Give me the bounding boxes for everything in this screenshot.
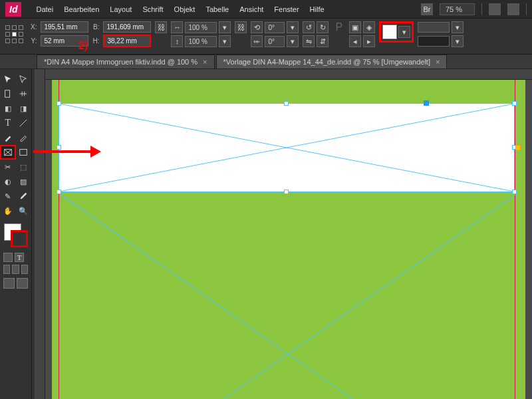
line-tool[interactable] — [16, 116, 32, 130]
dropdown-icon[interactable]: ▾ — [452, 35, 464, 47]
height-field[interactable] — [103, 35, 151, 47]
p-icon: P — [335, 21, 342, 33]
selection-tool[interactable] — [0, 72, 16, 86]
dropdown-icon[interactable]: ▾ — [219, 21, 231, 33]
annotation-2: 2) — [78, 40, 88, 52]
handle[interactable] — [512, 101, 517, 106]
svg-rect-0 — [5, 90, 9, 98]
x-field[interactable] — [41, 21, 88, 33]
menu-edit[interactable]: Bearbeiten — [64, 5, 99, 13]
free-transform-tool[interactable]: ⬚ — [16, 160, 32, 174]
shear-field[interactable] — [265, 36, 285, 47]
preview-view-icon[interactable] — [17, 278, 28, 289]
close-icon[interactable]: × — [436, 58, 440, 66]
menu-table[interactable]: Tabelle — [205, 5, 229, 13]
dropdown-icon[interactable]: ▾ — [219, 35, 231, 47]
divider — [526, 3, 527, 15]
menu-file[interactable]: Datei — [36, 5, 53, 13]
tab-label: *DIN A4 Mappe Immogruen fiktiv.indd @ 10… — [44, 58, 198, 66]
handle[interactable] — [512, 190, 517, 194]
pen-tool[interactable] — [0, 130, 16, 145]
gap-tool[interactable] — [16, 86, 32, 101]
apply-gradient-icon[interactable] — [12, 265, 19, 274]
direct-selection-tool[interactable] — [16, 72, 32, 86]
rotation-field[interactable] — [265, 22, 285, 33]
content-placer-tool[interactable]: ◨ — [16, 101, 32, 116]
scissors-tool[interactable]: ✂ — [0, 160, 16, 174]
rotate-icon: ⟲ — [251, 21, 263, 33]
handle[interactable] — [57, 101, 61, 106]
gradient-swatch-tool[interactable]: ◐ — [0, 174, 16, 189]
select-next-icon[interactable]: ▸ — [363, 35, 375, 47]
scale-x-field[interactable] — [185, 22, 217, 33]
gradient-feather-tool[interactable]: ▨ — [16, 174, 32, 189]
flip-h-icon[interactable]: ⇋ — [303, 35, 315, 47]
select-container-icon[interactable]: ▣ — [349, 21, 361, 33]
handle[interactable] — [57, 145, 61, 150]
width-field[interactable] — [103, 21, 151, 33]
page[interactable] — [52, 80, 525, 399]
stroke-color[interactable] — [11, 230, 28, 247]
apply-none-icon[interactable] — [21, 265, 28, 274]
stroke-weight-field[interactable] — [418, 22, 450, 33]
formatting-text-icon[interactable]: T — [15, 253, 24, 262]
rectangle-frame-tool[interactable] — [0, 145, 16, 160]
zoom-level-dropdown[interactable]: 75 % — [440, 3, 475, 15]
reference-point-proxy[interactable] — [5, 25, 27, 47]
menu-window[interactable]: Fenster — [274, 5, 299, 13]
dropdown-icon[interactable]: ▾ — [452, 21, 464, 33]
menu-object[interactable]: Objekt — [174, 5, 196, 13]
handle[interactable] — [284, 101, 289, 106]
normal-view-icon[interactable] — [3, 278, 15, 289]
flip-v-icon[interactable]: ⇵ — [317, 35, 329, 47]
canvas[interactable] — [45, 80, 532, 399]
fill-stroke-proxy[interactable] — [4, 223, 28, 247]
bridge-icon[interactable]: Br — [421, 3, 433, 15]
menu-layout[interactable]: Layout — [110, 5, 132, 13]
rectangle-tool[interactable] — [16, 145, 31, 160]
live-corner[interactable] — [515, 145, 521, 150]
tools-panel: ◧◨ T ✂⬚ ◐▨ ✎ ✋🔍 T — [0, 69, 32, 399]
menu-help[interactable]: Hilfe — [310, 5, 325, 13]
rectangle-frame[interactable] — [59, 103, 515, 192]
apply-color-icon[interactable] — [3, 265, 10, 274]
close-icon[interactable]: × — [203, 58, 207, 66]
fill-dropdown-icon[interactable]: ▾ — [398, 26, 410, 38]
scale-y-field[interactable] — [185, 36, 217, 47]
type-tool[interactable]: T — [0, 116, 16, 130]
dropdown-icon[interactable]: ▾ — [287, 35, 299, 47]
pencil-tool[interactable] — [16, 130, 32, 145]
stroke-style-field[interactable] — [418, 36, 450, 47]
scale-y-icon: ↕ — [171, 35, 183, 47]
annotation-arrow — [33, 150, 92, 153]
ruler-horizontal[interactable] — [45, 69, 532, 80]
select-content-icon[interactable]: ◈ — [363, 21, 375, 33]
arrange-docs-icon[interactable] — [507, 3, 519, 15]
rotate-cw-icon[interactable]: ↻ — [317, 21, 329, 33]
tab-label: *Vorlage DIN A4-Mappe 14_44_de.indd @ 75… — [223, 58, 430, 66]
dropdown-icon[interactable]: ▾ — [287, 21, 299, 33]
handle[interactable] — [284, 190, 289, 194]
zoom-tool[interactable]: 🔍 — [16, 203, 32, 218]
eyedropper-tool[interactable] — [16, 189, 32, 203]
formatting-container-icon[interactable] — [3, 253, 13, 262]
fill-swatch[interactable] — [382, 25, 397, 39]
screen-mode-icon[interactable] — [489, 3, 501, 15]
menu-type[interactable]: Schrift — [142, 5, 163, 13]
page-tool[interactable] — [0, 86, 16, 101]
content-grabber[interactable] — [424, 100, 429, 106]
constrain-wh-icon[interactable]: ⛓ — [155, 21, 167, 33]
note-tool[interactable]: ✎ — [0, 189, 16, 203]
guide[interactable] — [515, 80, 515, 399]
constrain-scale-icon[interactable]: ⛓ — [235, 21, 247, 33]
handle[interactable] — [57, 190, 61, 194]
content-collector-tool[interactable]: ◧ — [0, 101, 16, 116]
document-tab[interactable]: *DIN A4 Mappe Immogruen fiktiv.indd @ 10… — [37, 55, 215, 68]
menu-view[interactable]: Ansicht — [239, 5, 263, 13]
select-prev-icon[interactable]: ◂ — [349, 35, 361, 47]
shear-icon: ⬰ — [251, 35, 263, 47]
rotate-ccw-icon[interactable]: ↺ — [303, 21, 315, 33]
ruler-vertical[interactable] — [35, 69, 45, 399]
document-tab[interactable]: *Vorlage DIN A4-Mappe 14_44_de.indd @ 75… — [216, 55, 448, 68]
hand-tool[interactable]: ✋ — [0, 203, 16, 218]
